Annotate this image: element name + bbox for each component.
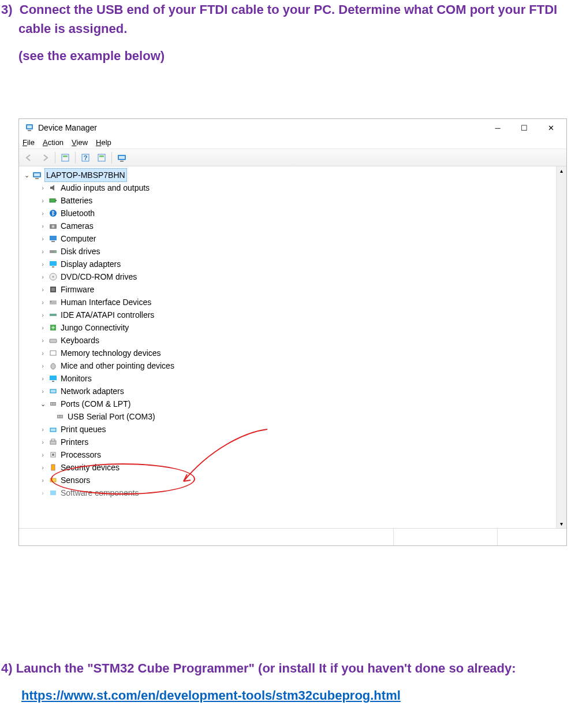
tree-node-keyboards[interactable]: ›Keyboards: [23, 334, 556, 347]
menu-help[interactable]: Help: [96, 138, 111, 147]
close-button[interactable]: ✕: [538, 120, 564, 136]
device-manager-icon: [25, 122, 34, 133]
svg-rect-10: [119, 156, 125, 159]
scrollbar[interactable]: ▴ ▾: [556, 166, 566, 528]
back-button[interactable]: [21, 150, 36, 165]
memory-icon: [48, 348, 58, 358]
chevron-right-icon[interactable]: ›: [39, 476, 47, 484]
security-icon: [48, 463, 58, 472]
chevron-right-icon[interactable]: ›: [39, 438, 47, 446]
tree-node-network[interactable]: ›Network adapters: [23, 385, 556, 398]
svg-rect-20: [50, 236, 57, 240]
chevron-right-icon[interactable]: ›: [39, 260, 47, 268]
tree-node-mice[interactable]: ›Mice and other pointing devices: [23, 359, 556, 372]
network-icon: [48, 387, 58, 396]
tree-node-ports[interactable]: ⌄Ports (COM & LPT): [23, 398, 556, 410]
tree-node-printq[interactable]: ›Print queues: [23, 423, 556, 436]
svg-rect-14: [35, 178, 39, 179]
chevron-right-icon[interactable]: ›: [39, 349, 47, 357]
monitor-icon[interactable]: [114, 150, 129, 165]
menu-view[interactable]: View: [72, 138, 88, 147]
chevron-right-icon[interactable]: ›: [39, 184, 47, 192]
menu-action[interactable]: Action: [43, 138, 64, 147]
tree-node-bluetooth[interactable]: ›Bluetooth: [23, 207, 556, 220]
tree-node-dvd[interactable]: ›DVD/CD-ROM drives: [23, 270, 556, 283]
tree-node-firmware[interactable]: ›Firmware: [23, 283, 556, 296]
scroll-up-icon[interactable]: ▴: [560, 168, 563, 174]
scroll-down-icon[interactable]: ▾: [560, 521, 563, 527]
audio-icon: [48, 183, 58, 192]
svg-rect-21: [51, 241, 55, 242]
tree-node-memory[interactable]: ›Memory technology devices: [23, 347, 556, 359]
chevron-down-icon[interactable]: ⌄: [23, 171, 31, 179]
root-label: LAPTOP-MBSP7BHN: [44, 168, 127, 182]
svg-rect-49: [50, 441, 56, 444]
tree-node-printers[interactable]: ›Printers: [23, 436, 556, 448]
chevron-right-icon[interactable]: ›: [39, 336, 47, 344]
chevron-right-icon[interactable]: ›: [39, 222, 47, 230]
svg-point-27: [53, 276, 54, 278]
forward-button[interactable]: [38, 150, 53, 165]
pc-icon: [48, 234, 58, 243]
minimize-button[interactable]: ─: [484, 120, 511, 136]
display-icon: [48, 259, 58, 269]
chevron-right-icon[interactable]: ›: [39, 273, 47, 281]
chevron-right-icon[interactable]: ›: [39, 324, 47, 332]
ports-icon: [48, 399, 58, 408]
tree-node-computer[interactable]: ›Computer: [23, 232, 556, 245]
chevron-right-icon[interactable]: ›: [39, 298, 47, 306]
tree-node-hid[interactable]: ›Human Interface Devices: [23, 296, 556, 309]
chevron-right-icon[interactable]: ›: [39, 235, 47, 243]
chevron-right-icon[interactable]: ›: [39, 362, 47, 370]
svg-rect-45: [58, 415, 59, 418]
tree-node-security[interactable]: ›Security devices: [23, 461, 556, 474]
tree-node-software[interactable]: ›Software components: [23, 486, 556, 499]
chevron-right-icon[interactable]: ›: [39, 463, 47, 471]
tree-node-disk[interactable]: ›Disk drives: [23, 245, 556, 258]
chevron-right-icon[interactable]: ›: [39, 451, 47, 459]
tree-node-cameras[interactable]: ›Cameras: [23, 220, 556, 232]
tree-node-sensors[interactable]: ›Sensors: [23, 474, 556, 486]
step-3-text: Connect the USB end of your FTDI cable t…: [18, 2, 557, 36]
stm32-link[interactable]: https://www.st.com/en/development-tools/…: [21, 688, 401, 703]
chevron-down-icon[interactable]: ⌄: [39, 400, 47, 408]
statusbar: [19, 528, 566, 545]
tree-node-usb-serial[interactable]: USB Serial Port (COM3): [23, 410, 556, 423]
svg-point-36: [51, 363, 55, 369]
svg-rect-7: [98, 154, 105, 161]
chevron-right-icon[interactable]: ›: [39, 285, 47, 294]
svg-rect-29: [51, 288, 55, 291]
tree-node-jungo[interactable]: ›Jungo Connectivity: [23, 321, 556, 334]
chevron-right-icon[interactable]: ›: [39, 489, 47, 497]
chevron-right-icon[interactable]: ›: [39, 311, 47, 319]
device-tree[interactable]: ⌄ LAPTOP-MBSP7BHN ›Audio inputs and outp…: [19, 166, 556, 528]
tree-node-audio[interactable]: ›Audio inputs and outputs: [23, 181, 556, 194]
svg-point-19: [52, 225, 55, 228]
serial-port-icon: [55, 412, 65, 421]
computer-icon: [32, 170, 42, 180]
disk-icon: [48, 247, 58, 256]
tree-node-monitors[interactable]: ›Monitors: [23, 372, 556, 385]
chevron-right-icon[interactable]: ›: [39, 374, 47, 382]
menu-file[interactable]: File: [23, 138, 35, 147]
properties-icon[interactable]: [58, 150, 73, 165]
chevron-right-icon[interactable]: ›: [39, 247, 47, 255]
maximize-button[interactable]: ☐: [511, 120, 538, 136]
tree-node-display[interactable]: ›Display adapters: [23, 258, 556, 270]
scan-icon[interactable]: [94, 150, 109, 165]
chevron-right-icon[interactable]: ›: [39, 209, 47, 217]
camera-icon: [48, 221, 58, 231]
help-icon[interactable]: ?: [78, 150, 93, 165]
chevron-right-icon[interactable]: ›: [39, 196, 47, 205]
chevron-right-icon[interactable]: ›: [39, 425, 47, 433]
tree-node-processors[interactable]: ›Processors: [23, 448, 556, 461]
svg-rect-11: [120, 161, 124, 162]
firmware-icon: [48, 285, 58, 294]
chevron-right-icon[interactable]: ›: [39, 387, 47, 395]
tree-node-batteries[interactable]: ›Batteries: [23, 194, 556, 207]
titlebar: Device Manager ─ ☐ ✕: [19, 119, 566, 136]
tree-node-ide[interactable]: ›IDE ATA/ATAPI controllers: [23, 309, 556, 321]
svg-rect-37: [50, 376, 57, 380]
tree-root[interactable]: ⌄ LAPTOP-MBSP7BHN: [23, 169, 556, 181]
svg-text:?: ?: [84, 154, 88, 161]
